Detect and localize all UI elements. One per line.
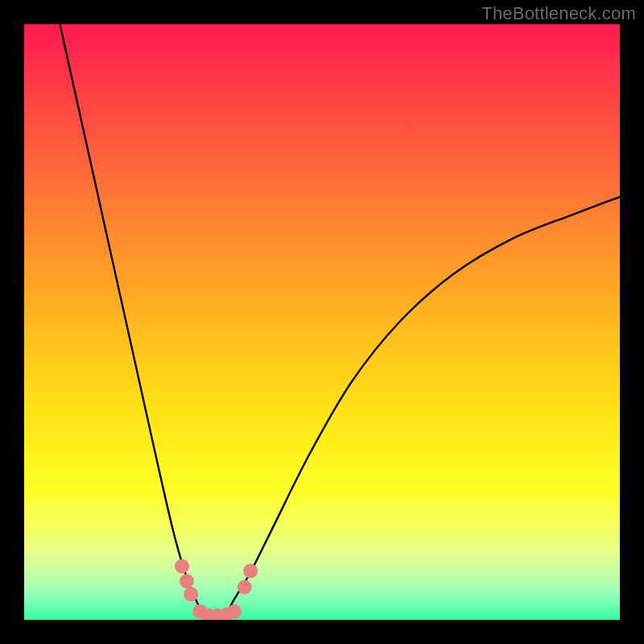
curve-marker xyxy=(227,605,242,619)
curve-markers xyxy=(175,559,258,620)
curve-marker xyxy=(237,580,252,594)
curve-marker xyxy=(175,559,189,573)
curve-marker xyxy=(184,587,198,601)
chart-area xyxy=(24,24,620,620)
watermark-text: TheBottleneck.com xyxy=(481,3,636,24)
curve-marker xyxy=(243,564,258,578)
bottleneck-curve xyxy=(60,24,620,617)
chart-svg xyxy=(24,24,620,620)
curve-marker xyxy=(180,574,194,588)
